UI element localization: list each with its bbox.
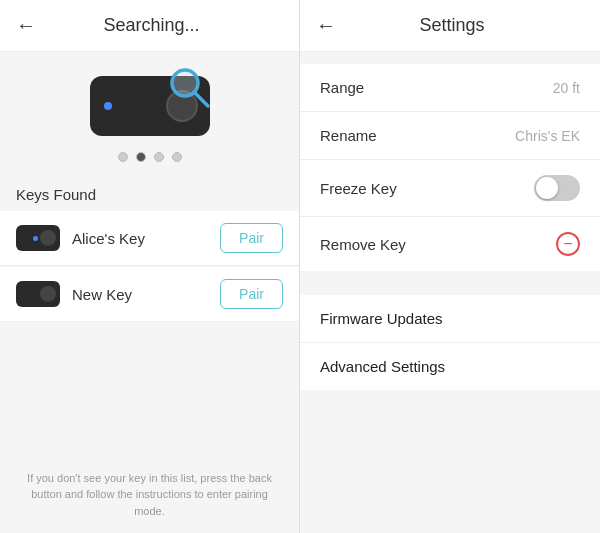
left-header-title: Searching... <box>48 15 255 36</box>
dot-3[interactable] <box>154 152 164 162</box>
settings-row-range: Range 20 ft <box>300 64 600 112</box>
svg-line-1 <box>194 92 208 106</box>
right-back-button[interactable]: ← <box>316 14 336 37</box>
key-item-alice: Alice's Key Pair <box>0 211 299 266</box>
settings-row-advanced[interactable]: Advanced Settings <box>300 343 600 390</box>
rename-label: Rename <box>320 127 515 144</box>
remove-icon[interactable]: − <box>556 232 580 256</box>
range-value: 20 ft <box>553 80 580 96</box>
settings-extra-section: Firmware Updates Advanced Settings <box>300 295 600 390</box>
pair-button-new[interactable]: Pair <box>220 279 283 309</box>
firmware-label: Firmware Updates <box>320 310 580 327</box>
range-label: Range <box>320 79 553 96</box>
key-name-alice: Alice's Key <box>72 230 208 247</box>
right-header: ← Settings <box>300 0 600 52</box>
settings-row-remove[interactable]: Remove Key − <box>300 217 600 271</box>
freeze-label: Freeze Key <box>320 180 534 197</box>
magnifier-icon <box>168 66 212 119</box>
left-back-button[interactable]: ← <box>16 14 36 37</box>
freeze-toggle[interactable] <box>534 175 580 201</box>
remove-label: Remove Key <box>320 236 556 253</box>
pair-button-alice[interactable]: Pair <box>220 223 283 253</box>
search-illustration <box>0 52 299 152</box>
key-icon-circle-alice <box>40 230 56 246</box>
key-icon-alice <box>16 225 60 251</box>
settings-row-firmware[interactable]: Firmware Updates <box>300 295 600 343</box>
settings-gap <box>300 271 600 283</box>
right-header-title: Settings <box>348 15 556 36</box>
settings-row-rename[interactable]: Rename Chris's EK <box>300 112 600 160</box>
dot-2[interactable] <box>136 152 146 162</box>
dot-4[interactable] <box>172 152 182 162</box>
key-icon-circle-new <box>40 286 56 302</box>
dot-1[interactable] <box>118 152 128 162</box>
key-item-new: New Key Pair <box>0 267 299 322</box>
left-panel: ← Searching... Keys Found Alice's Key Pa… <box>0 0 300 533</box>
keys-found-label: Keys Found <box>0 178 299 211</box>
settings-main-section: Range 20 ft Rename Chris's EK Freeze Key… <box>300 64 600 271</box>
left-header: ← Searching... <box>0 0 299 52</box>
rename-value: Chris's EK <box>515 128 580 144</box>
key-icon-new <box>16 281 60 307</box>
carousel-dots <box>0 152 299 162</box>
right-panel: ← Settings Range 20 ft Rename Chris's EK… <box>300 0 600 533</box>
key-name-new: New Key <box>72 286 208 303</box>
hint-text: If you don't see your key in this list, … <box>0 456 299 534</box>
settings-row-freeze: Freeze Key <box>300 160 600 217</box>
advanced-label: Advanced Settings <box>320 358 580 375</box>
key-list: Alice's Key Pair New Key Pair <box>0 211 299 322</box>
toggle-knob <box>536 177 558 199</box>
